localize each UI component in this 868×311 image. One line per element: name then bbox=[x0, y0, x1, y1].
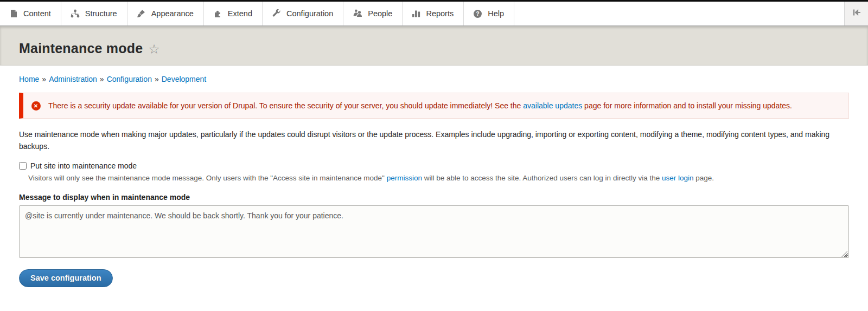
toolbar-item-extend[interactable]: Extend bbox=[204, 2, 263, 25]
permission-link[interactable]: permission bbox=[387, 174, 422, 182]
toolbar-item-label: Configuration bbox=[286, 9, 333, 18]
people-icon bbox=[353, 9, 362, 18]
shortcut-star-icon[interactable]: ☆ bbox=[148, 43, 160, 56]
description-part2: will be able to access the site. Authori… bbox=[422, 174, 662, 182]
toolbar-item-reports[interactable]: Reports bbox=[403, 2, 464, 25]
maintenance-mode-checkbox[interactable] bbox=[19, 162, 27, 170]
toolbar-item-label: Content bbox=[23, 9, 51, 18]
toolbar-item-label: Structure bbox=[85, 9, 117, 18]
page-title: Maintenance mode bbox=[19, 41, 143, 56]
paintbrush-icon bbox=[137, 9, 146, 18]
error-text-after: page for more information and to install… bbox=[582, 101, 792, 110]
breadcrumb-separator: » bbox=[155, 75, 159, 83]
breadcrumb-link-configuration[interactable]: Configuration bbox=[107, 75, 152, 83]
message-textarea-wrap: @site is currently under maintenance. We… bbox=[19, 205, 849, 260]
sitemap-icon bbox=[71, 9, 80, 18]
svg-text:?: ? bbox=[476, 10, 479, 17]
breadcrumb: Home»Administration»Configuration»Develo… bbox=[19, 75, 849, 83]
puzzle-icon bbox=[213, 9, 222, 18]
maintenance-message-textarea[interactable]: @site is currently under maintenance. We… bbox=[19, 205, 849, 258]
toolbar-item-label: Extend bbox=[228, 9, 252, 18]
error-circle-icon: ✕ bbox=[31, 101, 41, 111]
toolbar-item-configuration[interactable]: Configuration bbox=[263, 2, 343, 25]
bar-chart-icon bbox=[412, 9, 420, 18]
maintenance-mode-checkbox-label[interactable]: Put site into maintenance mode bbox=[30, 161, 137, 170]
file-icon bbox=[9, 9, 18, 18]
admin-toolbar: Content Structure Appearance Extend Conf… bbox=[0, 2, 868, 26]
description-part1: Visitors will only see the maintenance m… bbox=[28, 174, 387, 182]
toolbar-collapse-button[interactable] bbox=[844, 2, 868, 25]
question-icon: ? bbox=[473, 9, 482, 18]
message-field-label: Message to display when in maintenance m… bbox=[19, 193, 849, 202]
toolbar-item-help[interactable]: ? Help bbox=[464, 2, 514, 25]
page-header: Maintenance mode ☆ bbox=[0, 26, 868, 66]
description-part3: page. bbox=[693, 174, 714, 182]
maintenance-intro-text: Use maintenance mode when making major u… bbox=[19, 128, 849, 152]
save-configuration-button[interactable]: Save configuration bbox=[19, 269, 113, 287]
wrench-icon bbox=[272, 9, 281, 18]
error-message-box: ✕ There is a security update available f… bbox=[19, 93, 849, 119]
toolbar-spacer bbox=[514, 2, 844, 25]
toolbar-item-label: People bbox=[368, 9, 392, 18]
maintenance-mode-description: Visitors will only see the maintenance m… bbox=[28, 173, 849, 184]
error-text-before: There is a security update available for… bbox=[48, 101, 523, 110]
breadcrumb-link-administration[interactable]: Administration bbox=[49, 75, 97, 83]
breadcrumb-separator: » bbox=[100, 75, 104, 83]
toolbar-item-content[interactable]: Content bbox=[0, 2, 61, 25]
toolbar-item-structure[interactable]: Structure bbox=[61, 2, 127, 25]
toolbar-item-label: Help bbox=[488, 9, 504, 18]
maintenance-mode-checkbox-row: Put site into maintenance mode bbox=[19, 161, 849, 170]
toolbar-item-people[interactable]: People bbox=[343, 2, 403, 25]
user-login-link[interactable]: user login bbox=[662, 174, 694, 182]
breadcrumb-link-home[interactable]: Home bbox=[19, 75, 39, 83]
toolbar-item-appearance[interactable]: Appearance bbox=[127, 2, 204, 25]
toolbar-item-label: Reports bbox=[426, 9, 454, 18]
toolbar-item-label: Appearance bbox=[151, 9, 194, 18]
error-message-text: There is a security update available for… bbox=[48, 100, 792, 112]
main-content: Home»Administration»Configuration»Develo… bbox=[0, 75, 868, 303]
collapse-left-icon bbox=[852, 9, 861, 18]
available-updates-link[interactable]: available updates bbox=[523, 101, 582, 110]
breadcrumb-separator: » bbox=[42, 75, 46, 83]
error-icon-cell: ✕ bbox=[23, 100, 48, 112]
breadcrumb-link-development[interactable]: Development bbox=[162, 75, 207, 83]
